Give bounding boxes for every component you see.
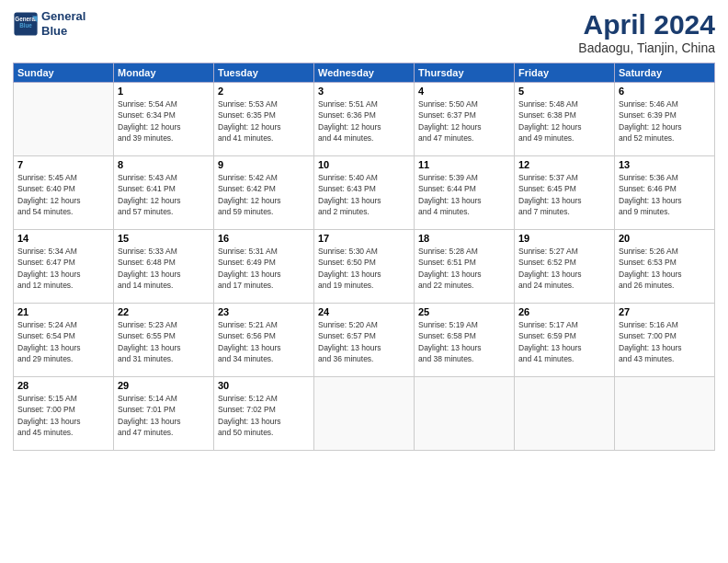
week-row-4: 28Sunrise: 5:15 AM Sunset: 7:00 PM Dayli… bbox=[14, 377, 715, 451]
calendar-cell: 13Sunrise: 5:36 AM Sunset: 6:46 PM Dayli… bbox=[615, 156, 715, 230]
calendar-cell bbox=[415, 377, 515, 451]
day-number: 15 bbox=[118, 233, 210, 244]
day-number: 7 bbox=[17, 159, 109, 170]
day-info: Sunrise: 5:14 AM Sunset: 7:01 PM Dayligh… bbox=[118, 393, 210, 438]
day-number: 14 bbox=[17, 233, 109, 244]
calendar-cell: 3Sunrise: 5:51 AM Sunset: 6:36 PM Daylig… bbox=[314, 83, 415, 156]
day-info: Sunrise: 5:45 AM Sunset: 6:40 PM Dayligh… bbox=[17, 172, 109, 217]
calendar-cell: 15Sunrise: 5:33 AM Sunset: 6:48 PM Dayli… bbox=[114, 230, 214, 304]
calendar-cell: 5Sunrise: 5:48 AM Sunset: 6:38 PM Daylig… bbox=[515, 83, 615, 156]
day-info: Sunrise: 5:31 AM Sunset: 6:49 PM Dayligh… bbox=[218, 246, 310, 291]
calendar-cell: 28Sunrise: 5:15 AM Sunset: 7:00 PM Dayli… bbox=[14, 377, 114, 451]
week-row-0: 1Sunrise: 5:54 AM Sunset: 6:34 PM Daylig… bbox=[14, 83, 715, 156]
weekday-header-wednesday: Wednesday bbox=[314, 63, 415, 83]
calendar-cell: 16Sunrise: 5:31 AM Sunset: 6:49 PM Dayli… bbox=[214, 230, 314, 304]
weekday-header-tuesday: Tuesday bbox=[214, 63, 314, 83]
day-info: Sunrise: 5:42 AM Sunset: 6:42 PM Dayligh… bbox=[218, 172, 310, 217]
day-info: Sunrise: 5:43 AM Sunset: 6:41 PM Dayligh… bbox=[118, 172, 210, 217]
weekday-header-sunday: Sunday bbox=[14, 63, 114, 83]
day-info: Sunrise: 5:34 AM Sunset: 6:47 PM Dayligh… bbox=[17, 246, 109, 291]
calendar-cell: 18Sunrise: 5:28 AM Sunset: 6:51 PM Dayli… bbox=[415, 230, 515, 304]
day-info: Sunrise: 5:40 AM Sunset: 6:43 PM Dayligh… bbox=[318, 172, 410, 217]
day-info: Sunrise: 5:28 AM Sunset: 6:51 PM Dayligh… bbox=[418, 246, 510, 291]
day-number: 21 bbox=[17, 306, 109, 317]
day-info: Sunrise: 5:16 AM Sunset: 7:00 PM Dayligh… bbox=[619, 319, 711, 364]
day-info: Sunrise: 5:24 AM Sunset: 6:54 PM Dayligh… bbox=[17, 319, 109, 364]
day-number: 30 bbox=[218, 380, 310, 391]
day-info: Sunrise: 5:53 AM Sunset: 6:35 PM Dayligh… bbox=[218, 98, 310, 144]
calendar-cell: 17Sunrise: 5:30 AM Sunset: 6:50 PM Dayli… bbox=[314, 230, 415, 304]
day-info: Sunrise: 5:37 AM Sunset: 6:45 PM Dayligh… bbox=[518, 172, 610, 217]
calendar-cell bbox=[14, 83, 114, 156]
day-info: Sunrise: 5:51 AM Sunset: 6:36 PM Dayligh… bbox=[318, 98, 410, 144]
page: General Blue General Blue April 2024 Bad… bbox=[0, 0, 728, 563]
day-info: Sunrise: 5:39 AM Sunset: 6:44 PM Dayligh… bbox=[418, 172, 510, 217]
svg-text:Blue: Blue bbox=[19, 22, 32, 29]
calendar-cell: 8Sunrise: 5:43 AM Sunset: 6:41 PM Daylig… bbox=[114, 156, 214, 230]
calendar-cell: 10Sunrise: 5:40 AM Sunset: 6:43 PM Dayli… bbox=[314, 156, 415, 230]
calendar-cell: 6Sunrise: 5:46 AM Sunset: 6:39 PM Daylig… bbox=[615, 83, 715, 156]
day-info: Sunrise: 5:50 AM Sunset: 6:37 PM Dayligh… bbox=[418, 98, 510, 144]
calendar-cell: 1Sunrise: 5:54 AM Sunset: 6:34 PM Daylig… bbox=[114, 83, 214, 156]
week-row-1: 7Sunrise: 5:45 AM Sunset: 6:40 PM Daylig… bbox=[14, 156, 715, 230]
logo: General Blue General Blue bbox=[13, 9, 85, 38]
day-number: 29 bbox=[118, 380, 210, 391]
calendar-cell: 19Sunrise: 5:27 AM Sunset: 6:52 PM Dayli… bbox=[515, 230, 615, 304]
weekday-header-monday: Monday bbox=[114, 63, 214, 83]
calendar-cell: 24Sunrise: 5:20 AM Sunset: 6:57 PM Dayli… bbox=[314, 304, 415, 377]
calendar-cell: 12Sunrise: 5:37 AM Sunset: 6:45 PM Dayli… bbox=[515, 156, 615, 230]
day-number: 1 bbox=[118, 86, 210, 97]
day-info: Sunrise: 5:17 AM Sunset: 6:59 PM Dayligh… bbox=[518, 319, 610, 364]
title-block: April 2024 Badaogu, Tianjin, China bbox=[578, 9, 715, 55]
logo-icon: General Blue bbox=[13, 11, 39, 37]
day-info: Sunrise: 5:12 AM Sunset: 7:02 PM Dayligh… bbox=[218, 393, 310, 438]
calendar-cell: 23Sunrise: 5:21 AM Sunset: 6:56 PM Dayli… bbox=[214, 304, 314, 377]
day-number: 2 bbox=[218, 86, 310, 97]
day-number: 4 bbox=[418, 86, 510, 97]
day-info: Sunrise: 5:27 AM Sunset: 6:52 PM Dayligh… bbox=[518, 246, 610, 291]
weekday-header-friday: Friday bbox=[515, 63, 615, 83]
subtitle: Badaogu, Tianjin, China bbox=[578, 40, 715, 55]
day-number: 25 bbox=[418, 306, 510, 317]
day-number: 10 bbox=[318, 159, 410, 170]
day-number: 26 bbox=[518, 306, 610, 317]
calendar-cell: 2Sunrise: 5:53 AM Sunset: 6:35 PM Daylig… bbox=[214, 83, 314, 156]
calendar-cell: 4Sunrise: 5:50 AM Sunset: 6:37 PM Daylig… bbox=[415, 83, 515, 156]
main-title: April 2024 bbox=[578, 9, 715, 40]
day-number: 6 bbox=[619, 86, 711, 97]
day-number: 22 bbox=[118, 306, 210, 317]
calendar-cell: 25Sunrise: 5:19 AM Sunset: 6:58 PM Dayli… bbox=[415, 304, 515, 377]
day-number: 9 bbox=[218, 159, 310, 170]
logo-line1: General bbox=[41, 9, 85, 24]
day-number: 28 bbox=[17, 380, 109, 391]
day-info: Sunrise: 5:54 AM Sunset: 6:34 PM Dayligh… bbox=[118, 98, 210, 144]
day-number: 12 bbox=[518, 159, 610, 170]
day-info: Sunrise: 5:20 AM Sunset: 6:57 PM Dayligh… bbox=[318, 319, 410, 364]
day-info: Sunrise: 5:26 AM Sunset: 6:53 PM Dayligh… bbox=[619, 246, 711, 291]
day-number: 5 bbox=[518, 86, 610, 97]
day-info: Sunrise: 5:15 AM Sunset: 7:00 PM Dayligh… bbox=[17, 393, 109, 438]
day-info: Sunrise: 5:36 AM Sunset: 6:46 PM Dayligh… bbox=[619, 172, 711, 217]
day-number: 8 bbox=[118, 159, 210, 170]
day-info: Sunrise: 5:21 AM Sunset: 6:56 PM Dayligh… bbox=[218, 319, 310, 364]
week-row-3: 21Sunrise: 5:24 AM Sunset: 6:54 PM Dayli… bbox=[14, 304, 715, 377]
calendar-cell: 26Sunrise: 5:17 AM Sunset: 6:59 PM Dayli… bbox=[515, 304, 615, 377]
day-info: Sunrise: 5:48 AM Sunset: 6:38 PM Dayligh… bbox=[518, 98, 610, 144]
calendar: SundayMondayTuesdayWednesdayThursdayFrid… bbox=[13, 63, 715, 451]
calendar-cell: 27Sunrise: 5:16 AM Sunset: 7:00 PM Dayli… bbox=[615, 304, 715, 377]
calendar-cell: 22Sunrise: 5:23 AM Sunset: 6:55 PM Dayli… bbox=[114, 304, 214, 377]
day-number: 20 bbox=[619, 233, 711, 244]
day-number: 16 bbox=[218, 233, 310, 244]
day-number: 23 bbox=[218, 306, 310, 317]
calendar-cell bbox=[615, 377, 715, 451]
week-row-2: 14Sunrise: 5:34 AM Sunset: 6:47 PM Dayli… bbox=[14, 230, 715, 304]
weekday-header-row: SundayMondayTuesdayWednesdayThursdayFrid… bbox=[14, 63, 715, 83]
calendar-cell: 9Sunrise: 5:42 AM Sunset: 6:42 PM Daylig… bbox=[214, 156, 314, 230]
day-number: 27 bbox=[619, 306, 711, 317]
day-info: Sunrise: 5:30 AM Sunset: 6:50 PM Dayligh… bbox=[318, 246, 410, 291]
header: General Blue General Blue April 2024 Bad… bbox=[13, 9, 715, 55]
day-number: 3 bbox=[318, 86, 410, 97]
day-info: Sunrise: 5:46 AM Sunset: 6:39 PM Dayligh… bbox=[619, 98, 711, 144]
day-info: Sunrise: 5:19 AM Sunset: 6:58 PM Dayligh… bbox=[418, 319, 510, 364]
day-number: 17 bbox=[318, 233, 410, 244]
